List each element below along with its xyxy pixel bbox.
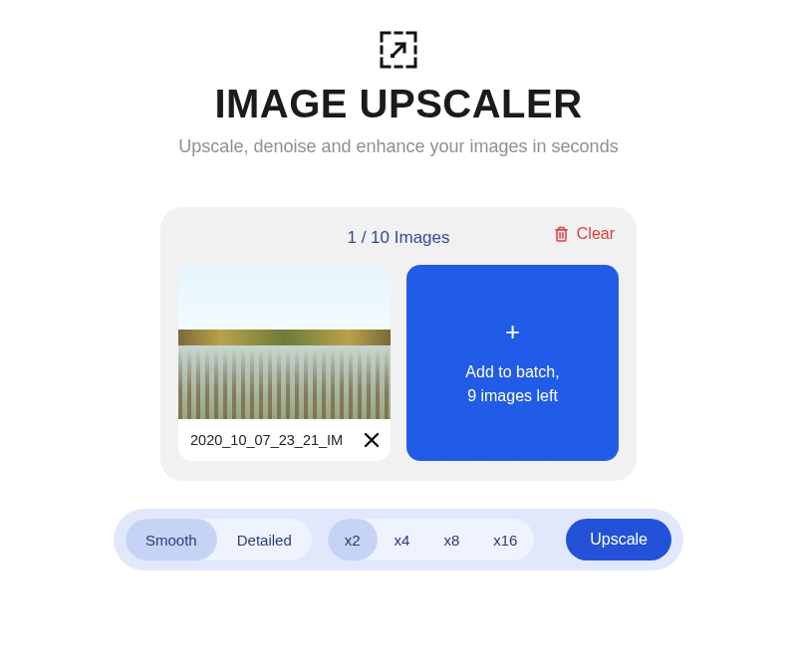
app-logo — [377, 28, 420, 72]
svg-rect-0 — [391, 54, 395, 58]
mode-option-smooth[interactable]: Smooth — [126, 519, 217, 560]
dropzone-line2: 9 images left — [467, 387, 558, 404]
upscale-button[interactable]: Upscale — [566, 519, 671, 560]
thumbnail-footer: 2020_10_07_23_21_IM — [178, 419, 391, 461]
scale-option-x8[interactable]: x8 — [426, 519, 476, 560]
thumbnail-filename: 2020_10_07_23_21_IM — [190, 432, 355, 448]
dropzone-text: Add to batch, 9 images left — [465, 360, 559, 406]
add-to-batch-dropzone[interactable]: + Add to batch, 9 images left — [406, 265, 619, 461]
image-counter: 1 / 10 Images — [347, 228, 449, 248]
batch-row: 2020_10_07_23_21_IM + Add to batch, 9 im… — [178, 265, 619, 461]
close-icon — [364, 432, 380, 448]
dropzone-line1: Add to batch, — [465, 363, 559, 380]
batch-panel: 1 / 10 Images Clear 2020_10_07_23_21_IM — [160, 207, 637, 481]
upscale-logo-icon — [378, 29, 419, 71]
controls-toolbar: SmoothDetailed x2x4x8x16 Upscale — [114, 509, 683, 570]
mode-segment: SmoothDetailed — [126, 519, 312, 560]
clear-button[interactable]: Clear — [554, 225, 615, 243]
scale-segment: x2x4x8x16 — [328, 519, 535, 560]
remove-image-button[interactable] — [361, 429, 383, 451]
scale-option-x4[interactable]: x4 — [378, 519, 427, 560]
image-thumbnail[interactable]: 2020_10_07_23_21_IM — [178, 265, 391, 461]
page-title: IMAGE UPSCALER — [214, 82, 582, 126]
scale-option-x16[interactable]: x16 — [476, 519, 534, 560]
page-subtitle: Upscale, denoise and enhance your images… — [178, 136, 618, 157]
svg-rect-1 — [557, 229, 566, 240]
thumbnail-preview — [178, 265, 391, 419]
trash-icon — [554, 226, 569, 243]
panel-header: 1 / 10 Images Clear — [178, 225, 619, 251]
scale-option-x2[interactable]: x2 — [328, 519, 378, 560]
clear-label: Clear — [577, 225, 615, 243]
mode-option-detailed[interactable]: Detailed — [217, 519, 312, 560]
plus-icon: + — [505, 319, 520, 344]
